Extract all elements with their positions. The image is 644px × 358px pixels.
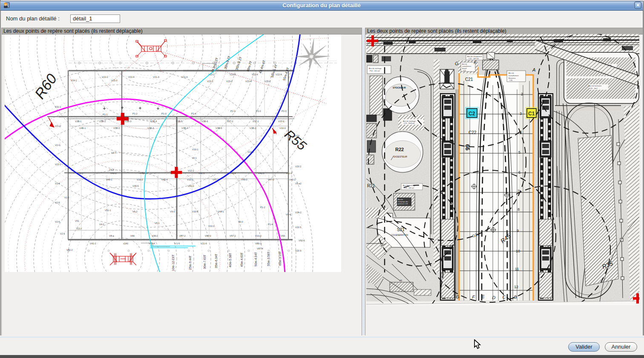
svg-text:10m-12.C0T: 10m-12.C0T — [172, 254, 175, 271]
svg-text:V3B-6: V3B-6 — [201, 120, 208, 123]
svg-text:V47-0: V47-0 — [268, 178, 274, 181]
svg-text:V10-2: V10-2 — [208, 225, 215, 227]
svg-text:R21: R21 — [367, 183, 375, 188]
svg-text:V1-2: V1-2 — [64, 196, 69, 199]
svg-text:V9-4: V9-4 — [286, 213, 291, 216]
svg-text:V41-6: V41-6 — [286, 172, 292, 175]
svg-text:V40-2: V40-2 — [110, 172, 117, 175]
svg-text:V2-c2: V2-c2 — [55, 125, 61, 127]
svg-text:V25-2: V25-2 — [264, 80, 271, 83]
svg-text:V89-3: V89-3 — [255, 242, 262, 245]
svg-text:25m-9.44T: 25m-9.44T — [189, 255, 192, 270]
svg-text:V10-5: V10-5 — [192, 210, 198, 213]
svg-text:V45-4: V45-4 — [161, 178, 168, 181]
svg-text:V45-1: V45-1 — [106, 178, 112, 181]
svg-text:V51-1: V51-1 — [105, 209, 111, 212]
svg-text:V81-2: V81-2 — [66, 249, 73, 251]
svg-text:55m-4.8T: 55m-4.8T — [282, 67, 290, 81]
svg-text:V9-0: V9-0 — [170, 210, 175, 213]
svg-text:marquage des: marquage des — [398, 201, 408, 203]
svg-text:V40-1: V40-1 — [289, 178, 296, 181]
svg-text:V34-2: V34-2 — [295, 211, 302, 214]
svg-text:V4-3: V4-3 — [109, 169, 114, 171]
svg-text:V20 5: V20 5 — [295, 226, 301, 229]
svg-text:V16-0: V16-0 — [137, 178, 143, 181]
svg-text:V3-7: V3-7 — [111, 152, 116, 154]
svg-text:V3B-2: V3B-2 — [113, 127, 120, 129]
svg-text:V2 6: V2 6 — [60, 232, 65, 235]
svg-text:V43-1: V43-1 — [218, 210, 224, 213]
svg-text:30m-7.63T: 30m-7.63T — [203, 254, 206, 269]
svg-text:V5-2: V5-2 — [132, 210, 138, 213]
svg-text:P1-1: P1-1 — [103, 113, 108, 116]
svg-text:P2-2: P2-2 — [256, 110, 261, 112]
svg-text:R22: R22 — [395, 147, 404, 152]
svg-text:60m-3.15T: 60m-3.15T — [279, 251, 282, 266]
svg-text:V21-6: V21-6 — [181, 76, 188, 78]
svg-text:V21-4: V21-4 — [128, 76, 135, 78]
svg-text:P1-2: P1-2 — [132, 112, 138, 115]
svg-text:Aire de stockage: Aire de stockage — [369, 67, 382, 69]
svg-text:V45-5: V45-5 — [132, 185, 139, 187]
svg-text:9: 9 — [517, 229, 519, 233]
svg-text:V2-6: V2-6 — [55, 221, 60, 223]
svg-text:35m-6.34T: 35m-6.34T — [215, 253, 218, 268]
svg-text:peintures C20: peintures C20 — [398, 203, 408, 205]
svg-text:V37-2: V37-2 — [227, 120, 233, 123]
svg-text:DIGESTEUR: DIGESTEUR — [394, 155, 407, 158]
svg-text:V20 9: V20 9 — [295, 249, 301, 252]
svg-text:V41-0: V41-0 — [188, 185, 194, 187]
svg-text:R60: R60 — [32, 71, 60, 102]
svg-text:6: 6 — [518, 170, 520, 175]
svg-text:V10-0: V10-0 — [255, 235, 262, 237]
svg-text:V87-0: V87-0 — [205, 235, 211, 237]
svg-text:ravitaillement: ravitaillement — [509, 74, 519, 77]
svg-text:C22: C22 — [469, 130, 477, 135]
svg-text:V23-1: V23-1 — [207, 80, 213, 83]
svg-text:2: 2 — [521, 92, 523, 96]
svg-text:V3B-1: V3B-1 — [75, 120, 81, 123]
svg-text:R55: R55 — [282, 127, 309, 153]
svg-text:A: A — [532, 67, 535, 72]
svg-text:V4B-1: V4B-1 — [79, 127, 86, 129]
svg-text:V24-1: V24-1 — [71, 79, 77, 82]
svg-text:43.4m-6T: 43.4m-6T — [258, 60, 266, 74]
svg-text:C25 - 4m2: C25 - 4m2 — [589, 87, 598, 89]
svg-text:V37-1: V37-1 — [253, 120, 259, 123]
svg-text:V5-a2: V5-a2 — [295, 182, 302, 185]
svg-text:C25 - 140 m2: C25 - 140 m2 — [469, 57, 479, 60]
svg-text:P1-4: P1-4 — [268, 223, 273, 226]
svg-text:V51: V51 — [75, 220, 79, 222]
svg-text:V3B-4: V3B-4 — [150, 120, 157, 123]
svg-text:C1: C1 — [528, 111, 535, 117]
svg-text:V69: V69 — [281, 235, 285, 237]
svg-text:V-1-5: V-1-5 — [174, 242, 180, 245]
svg-text:V3B-5: V3B-5 — [176, 120, 182, 123]
svg-text:V4-2: V4-2 — [99, 223, 104, 226]
svg-text:V21-4: V21-4 — [149, 242, 155, 245]
svg-text:V8-a: V8-a — [109, 235, 115, 237]
svg-text:V87-2: V87-2 — [179, 235, 186, 237]
svg-text:V3B-3: V3B-3 — [147, 127, 154, 129]
svg-text:50m-4.04T: 50m-4.04T — [254, 252, 257, 266]
svg-text:V2-4: V2-4 — [55, 182, 60, 185]
svg-text:V57-2: V57-2 — [230, 235, 236, 237]
svg-text:V3B-5: V3B-5 — [216, 127, 222, 129]
svg-text:45m-4.63T: 45m-4.63T — [240, 252, 243, 267]
svg-text:STOCKEUR: STOCKEUR — [393, 86, 406, 89]
svg-text:x140: x140 — [123, 242, 128, 245]
svg-text:V45-0: V45-0 — [241, 178, 247, 181]
svg-text:V37-6: V37-6 — [278, 120, 285, 123]
svg-text:P2-3: P2-3 — [282, 110, 287, 112]
svg-text:V21-2: V21-2 — [102, 76, 108, 78]
svg-text:V6-0: V6-0 — [238, 221, 243, 223]
svg-text:C35: C35 — [509, 79, 513, 81]
svg-text:Aire de formation: Aire de formation — [589, 85, 601, 87]
svg-text:V20 2: V20 2 — [295, 165, 301, 168]
svg-text:V21-2: V21-2 — [55, 163, 61, 166]
svg-text:11: 11 — [515, 267, 519, 271]
svg-text:C23: C23 — [463, 70, 466, 72]
svg-text:P1-4: P1-4 — [191, 112, 196, 115]
svg-text:12: 12 — [514, 285, 518, 289]
svg-text:V2-f1: V2-f1 — [55, 144, 60, 146]
